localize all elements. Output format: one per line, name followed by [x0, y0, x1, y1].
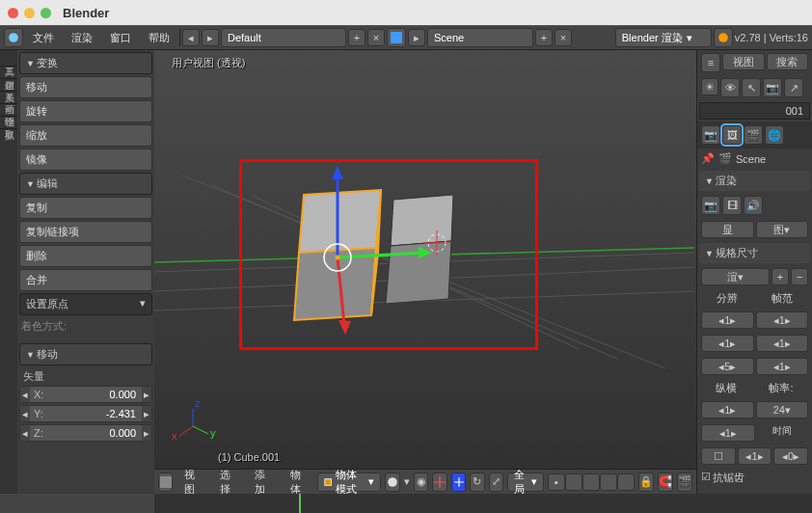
maximize-window-button[interactable]	[41, 8, 51, 18]
snap-magnet-icon[interactable]: 🧲	[658, 472, 673, 492]
playhead[interactable]	[299, 494, 301, 513]
render-preset-dropdown[interactable]: 渲▾	[701, 268, 770, 285]
layer-button[interactable]	[565, 473, 582, 491]
border-checkbox[interactable]: ☐	[701, 447, 736, 465]
layer-button[interactable]	[582, 473, 600, 491]
layer-button[interactable]	[600, 473, 617, 491]
window-menu[interactable]: 窗口	[102, 31, 139, 45]
prop-render-icon[interactable]: 📷	[701, 125, 720, 145]
duplicate-button[interactable]: 复制	[19, 197, 152, 219]
timeline-editor[interactable]	[0, 494, 812, 513]
manipulator-toggle-icon[interactable]	[432, 472, 447, 492]
aspect-x-field[interactable]: ◂1▸	[701, 401, 754, 418]
layout-dropdown[interactable]: Default	[221, 28, 346, 47]
back-icon[interactable]: ◂	[182, 29, 200, 46]
left-tab-relations[interactable]: 关系	[0, 79, 17, 92]
view-menu[interactable]: 视图	[176, 468, 207, 495]
scale-button[interactable]: 缩放	[19, 124, 152, 147]
render-anim-icon[interactable]: 🎞	[722, 196, 742, 215]
render-heading[interactable]: 渲染	[699, 171, 810, 191]
display-image-dropdown[interactable]: 图▾	[756, 221, 809, 238]
eye-icon[interactable]: 👁	[720, 78, 740, 97]
mode-dropdown[interactable]: 物体模式▾	[317, 472, 381, 492]
preset-remove-icon[interactable]: −	[791, 268, 808, 285]
frame-step-field[interactable]: ◂1▸	[756, 358, 809, 375]
left-tab-physics[interactable]: 物理	[0, 104, 17, 117]
translate-manipulator-icon[interactable]	[451, 472, 466, 492]
scene-dropdown[interactable]: Scene	[427, 28, 533, 47]
orientation-dropdown[interactable]: 全局▾	[507, 472, 544, 492]
pin-icon[interactable]: 📌	[701, 152, 715, 165]
transform-panel-heading[interactable]: 变换	[19, 52, 152, 74]
left-tab-grab[interactable]: 抓取	[0, 117, 17, 129]
aspect-y-field[interactable]: ◂1▸	[701, 424, 755, 442]
search-tab[interactable]: 搜索	[767, 53, 809, 70]
time-remap-old[interactable]: ◂1▸	[738, 447, 772, 465]
render-audio-icon[interactable]: 🔊	[744, 196, 763, 215]
left-tab-tools[interactable]: 工具	[0, 54, 17, 67]
editor-type-icon[interactable]	[4, 28, 23, 47]
add-menu[interactable]: 添加	[247, 468, 278, 495]
fwd2-icon[interactable]: ▸	[408, 29, 425, 46]
3d-viewport[interactable]: 用户视图 (透视)	[154, 50, 696, 494]
preset-add-icon[interactable]: +	[771, 268, 789, 285]
mirror-button[interactable]: 镜像	[19, 148, 152, 171]
y-value-field[interactable]: ◂Y:-2.431▸	[19, 405, 152, 422]
aa-checkbox[interactable]: ☑	[701, 471, 711, 485]
operator-panel-heading[interactable]: 移动	[19, 343, 152, 365]
delete-button[interactable]: 删除	[19, 245, 152, 267]
rotate-manipulator-icon[interactable]: ↻	[470, 472, 484, 492]
res-pct-field[interactable]: ◂5▸	[701, 358, 754, 375]
time-remap-new[interactable]: ◂0▸	[773, 447, 808, 465]
layout-add-icon[interactable]: +	[348, 29, 365, 46]
z-value-field[interactable]: ◂Z:0.000▸	[19, 424, 152, 442]
render-menu[interactable]: 渲染	[64, 31, 100, 45]
prop-render-layers-icon[interactable]: 🖼	[722, 125, 742, 145]
res-x-field[interactable]: ◂1▸	[701, 311, 754, 329]
render-preview-icon[interactable]: 🎬	[677, 472, 692, 492]
set-origin-dropdown[interactable]: 设置原点▾	[19, 293, 152, 315]
camera-restrict-icon[interactable]: 📷	[763, 78, 782, 97]
editor-type-3dview-icon[interactable]	[158, 472, 173, 492]
layer-button[interactable]	[617, 473, 635, 491]
scale-manipulator-icon[interactable]: ⤢	[489, 472, 503, 492]
scene-browse-icon[interactable]	[387, 28, 406, 47]
left-tab-create[interactable]: 创建	[0, 67, 17, 79]
outliner-root[interactable]: Scene	[736, 153, 766, 165]
frame-start-field[interactable]: ◂1▸	[756, 311, 809, 329]
res-y-field[interactable]: ◂1▸	[701, 335, 754, 352]
object-menu[interactable]: 物体	[283, 468, 313, 495]
shading-solid-icon[interactable]	[385, 472, 399, 492]
fps-dropdown[interactable]: 24 ▾	[756, 401, 809, 418]
translate-button[interactable]: 移动	[19, 76, 152, 98]
left-tab-anim[interactable]: 动画	[0, 92, 17, 104]
join-button[interactable]: 合并	[19, 269, 152, 291]
visibility-toggle-icon[interactable]: ☀	[701, 78, 718, 95]
frame-end-field[interactable]: ◂1▸	[756, 335, 809, 352]
rotate-button[interactable]: 旋转	[19, 100, 152, 122]
render-image-icon[interactable]: 📷	[701, 196, 720, 215]
file-menu[interactable]: 文件	[25, 31, 62, 45]
x-value-field[interactable]: ◂X:0.000▸	[19, 386, 152, 403]
display-dropdown[interactable]: 显	[701, 221, 754, 238]
select-menu[interactable]: 选择	[212, 468, 243, 495]
duplicate-linked-button[interactable]: 复制链接项	[19, 221, 152, 243]
scene-add-icon[interactable]: +	[535, 29, 553, 46]
pivot-icon[interactable]: ◉	[414, 472, 428, 492]
n-panel-icon[interactable]: ≡	[701, 53, 720, 72]
view-tab[interactable]: 视图	[722, 53, 765, 70]
help-menu[interactable]: 帮助	[141, 31, 177, 45]
minimize-window-button[interactable]	[24, 8, 35, 18]
arrow-restrict-icon[interactable]: ↗	[784, 78, 803, 97]
layer-button[interactable]: ▪	[548, 473, 565, 491]
dimensions-heading[interactable]: 规格尺寸	[699, 243, 810, 263]
render-engine-dropdown[interactable]: Blender 渲染▾	[615, 28, 712, 47]
prop-world-icon[interactable]: 🌐	[765, 125, 784, 145]
edit-panel-heading[interactable]: 编辑	[19, 173, 152, 195]
lock-camera-icon[interactable]: 🔒	[638, 472, 654, 492]
layout-remove-icon[interactable]: ×	[367, 29, 385, 46]
fwd-icon[interactable]: ▸	[202, 29, 219, 46]
cursor-icon[interactable]: ↖	[742, 78, 761, 97]
prop-scene-icon[interactable]: 🎬	[744, 125, 763, 145]
close-window-button[interactable]	[8, 8, 18, 18]
